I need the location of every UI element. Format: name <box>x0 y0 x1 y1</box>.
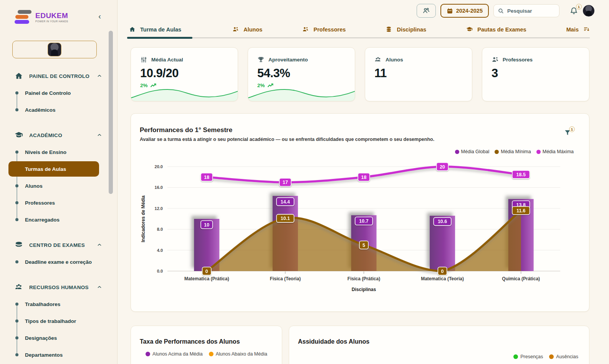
sidebar-item-niveis-de-ensino[interactable]: Níveis de Ensino <box>0 144 117 160</box>
home-icon <box>15 72 23 80</box>
card-title: Assiduidade dos Alunos <box>298 338 369 345</box>
svg-text:Fisica (Prática): Fisica (Prática) <box>348 276 380 281</box>
stat-card-aproveitamento[interactable]: Aproveitamento 54.3% 2% <box>248 47 355 101</box>
chevron-up-icon[interactable] <box>97 132 102 138</box>
sidebar-item-trabalhadores[interactable]: Trabalhadores <box>0 296 117 313</box>
search-input[interactable]: Pesquisar <box>493 4 559 17</box>
svg-text:12.0: 12.0 <box>155 206 163 211</box>
svg-text:17: 17 <box>283 180 288 185</box>
performance-chart: 0.04.08.012.016.020.0Matematica (Prática… <box>139 157 576 298</box>
sidebar-section-painel-de-controlo[interactable]: PAINEL DE CONTROLO <box>0 68 117 84</box>
sidebar-item-deadline-exame[interactable]: Deadline exame e correção <box>0 253 117 270</box>
sidebar-section-academico[interactable]: ACADÉMICO <box>0 127 117 144</box>
tab-bar: Turma de Aulas Alunos Professores Discip… <box>129 22 590 38</box>
svg-text:14.4: 14.4 <box>281 199 290 205</box>
bullet-icon <box>15 319 18 323</box>
svg-text:10.7: 10.7 <box>359 218 368 224</box>
stat-label: Aproveitamento <box>268 57 308 63</box>
graduation-cap-icon <box>466 26 473 33</box>
sidebar-profile-card[interactable] <box>12 41 97 58</box>
filter-badge: 1 <box>569 126 575 132</box>
performance-rate-card: Taxa de Performances dos Alunos Alunos A… <box>131 326 282 364</box>
sidebar-item-tipos-de-trabalhador[interactable]: Tipos de trabalhador <box>0 313 117 329</box>
sidebar-collapse-icon[interactable]: ‹ <box>98 12 101 20</box>
svg-text:20: 20 <box>440 164 445 170</box>
stat-card-professores[interactable]: Professores 3 <box>482 47 589 101</box>
people-icon <box>15 283 23 291</box>
main-content: 2024-2025 Pesquisar 1 Turma de Aulas Alu… <box>117 0 609 364</box>
bullet-icon <box>15 108 18 111</box>
svg-text:10.1: 10.1 <box>281 216 290 221</box>
stat-card-alunos[interactable]: Alunos 11 <box>365 47 472 101</box>
notifications-button[interactable]: 1 <box>569 7 578 15</box>
tab-mais[interactable]: Mais <box>566 22 590 37</box>
sidebar-item-professores[interactable]: Professores <box>0 194 117 211</box>
card-legend: Alunos Acima da Média Alunos Abaixo da M… <box>131 351 282 357</box>
legend-dot <box>549 354 554 359</box>
sidebar-item-alunos[interactable]: Alunos <box>0 177 117 194</box>
sidebar-item-painel-de-controlo[interactable]: Painel de Controlo <box>0 84 117 101</box>
people-icon <box>374 56 382 63</box>
legend-dot <box>455 150 459 154</box>
legend-dot <box>495 150 499 154</box>
people-icon <box>492 56 499 63</box>
stat-value: 10.9/20 <box>140 66 238 80</box>
sidebar-item-turmas-de-aulas[interactable]: Turmas de Aulas <box>8 161 99 177</box>
bullet-icon <box>15 218 18 221</box>
svg-text:Matematica (Prática): Matematica (Prática) <box>184 276 229 281</box>
school-year-label: 2024-2025 <box>456 8 483 14</box>
tab-pautas-de-exames[interactable]: Pautas de Exames <box>466 22 526 37</box>
sidebar-item-encarregados[interactable]: Encarregados <box>0 211 117 228</box>
tab-professores[interactable]: Professores <box>302 22 346 37</box>
stat-label: Alunos <box>386 57 403 63</box>
tab-label: Professores <box>313 26 346 33</box>
users-button[interactable] <box>417 4 436 18</box>
chevron-up-icon[interactable] <box>97 73 102 79</box>
tab-alunos[interactable]: Alunos <box>232 22 262 37</box>
stack-icon <box>386 26 392 33</box>
sidebar-section-centro-de-exames[interactable]: CENTRO DE EXAMES <box>0 237 117 253</box>
section-label: RECURSOS HUMANOS <box>29 285 97 290</box>
stat-card-media-actual[interactable]: Média Actual 10.9/20 2% <box>131 47 238 101</box>
sidebar-item-designacoes[interactable]: Designações <box>0 329 117 346</box>
sparkline <box>248 84 355 101</box>
svg-text:10.6: 10.6 <box>438 219 447 224</box>
stat-label: Média Actual <box>151 57 183 63</box>
sidebar-item-academicos[interactable]: Acadêmicos <box>0 101 117 118</box>
sidebar-item-departamentos[interactable]: Departamentos <box>0 346 117 363</box>
sidebar: EDUKEM POWER IN YOUR HANDS ‹ PAINEL DE C… <box>0 0 117 364</box>
tab-turma-de-aulas[interactable]: Turma de Aulas <box>129 22 192 37</box>
svg-text:16.0: 16.0 <box>155 185 163 190</box>
svg-text:Disciplinas: Disciplinas <box>352 287 376 292</box>
tab-label: Mais <box>566 26 579 33</box>
people-icon <box>232 26 239 33</box>
tab-label: Alunos <box>243 26 262 33</box>
bullet-icon <box>15 184 18 187</box>
stat-value: 3 <box>492 66 589 80</box>
chart-legend: Média Global Média Mínima Média Máxima <box>455 149 574 154</box>
chevron-up-icon[interactable] <box>97 242 102 248</box>
brand-name: EDUKEM <box>35 12 68 19</box>
tab-label: Disciplinas <box>397 26 426 33</box>
card-title: Taxa de Performances dos Alunos <box>140 338 240 345</box>
svg-text:18: 18 <box>361 175 367 180</box>
svg-text:0.0: 0.0 <box>157 269 163 273</box>
user-avatar[interactable] <box>583 5 594 17</box>
brand-logo-icon <box>15 10 31 25</box>
tab-disciplinas[interactable]: Disciplinas <box>386 22 426 37</box>
section-label: CENTRO DE EXAMES <box>29 242 97 248</box>
svg-text:Indicadores de Média: Indicadores de Média <box>141 195 146 242</box>
trophy-icon <box>257 56 265 63</box>
section-label: ACADÉMICO <box>29 132 97 138</box>
school-year-button[interactable]: 2024-2025 <box>440 4 489 18</box>
sidebar-scrollbar[interactable] <box>109 31 113 194</box>
chart-filter-button[interactable]: 1 <box>564 129 571 137</box>
search-placeholder: Pesquisar <box>507 8 532 14</box>
legend-item-media-minima: Média Mínima <box>495 149 531 154</box>
performance-chart-card: Performances do 1° Semestre Avaliar se a… <box>131 113 589 312</box>
chevron-up-icon[interactable] <box>97 285 102 290</box>
svg-text:Fisica (Teoria): Fisica (Teoria) <box>270 276 301 281</box>
sidebar-section-recursos-humanos[interactable]: RECURSOS HUMANOS <box>0 279 117 296</box>
legend-item-acima: Alunos Acima da Média <box>146 351 203 357</box>
stat-label: Professores <box>503 57 533 63</box>
